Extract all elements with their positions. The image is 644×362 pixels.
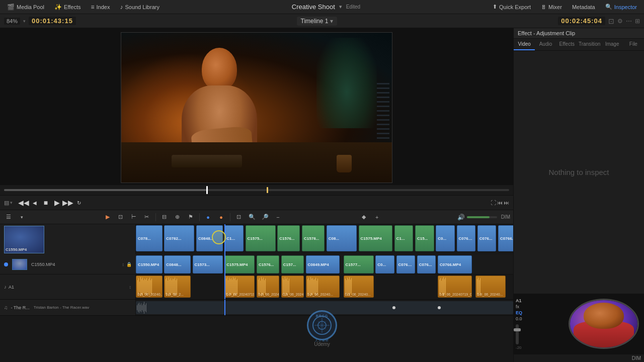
music-track-name: - The R...: [11, 305, 30, 310]
scrub-head[interactable]: [206, 186, 208, 194]
inspector-button[interactable]: 🔍 Inspector: [601, 3, 641, 11]
selection-tool[interactable]: ⊡: [115, 212, 126, 222]
clip-c0849mp4[interactable]: C0849.MP4: [306, 255, 340, 274]
clip-c076-a[interactable]: C076...: [477, 225, 497, 251]
add-marker-button[interactable]: +: [371, 212, 382, 222]
clip-c0761-b[interactable]: C0761...: [396, 255, 416, 274]
clip-c1-a[interactable]: C1...: [224, 225, 244, 251]
tab-transition[interactable]: Transition: [578, 39, 602, 50]
more-options-icon[interactable]: ⋯: [626, 18, 632, 25]
clip-c1576-b[interactable]: C1576...: [257, 255, 279, 274]
inspector-header: Effect - Adjustment Clip: [514, 28, 644, 39]
clip-c1576-a[interactable]: C1576...: [277, 225, 300, 251]
zoom-select-tool[interactable]: ⊡: [233, 212, 245, 222]
trim-tool[interactable]: ⊢: [128, 212, 139, 222]
timeline-settings-button[interactable]: ☰: [3, 212, 14, 222]
volume-icon: 🔊: [457, 214, 465, 221]
audio-clip-5[interactable]: DJI_06_20240...: [281, 276, 304, 298]
mixer-button[interactable]: 🎚 Mixer: [537, 3, 566, 11]
transport-icon: ⊡: [608, 17, 614, 25]
volume-bar[interactable]: [467, 216, 497, 218]
thumbnail-track-row: C1550.MP4 C078... C0782... C0848...: [0, 224, 513, 254]
tab-effects[interactable]: Effects: [556, 39, 578, 50]
settings-icon[interactable]: ⚙: [617, 18, 623, 25]
play-button[interactable]: ▶: [52, 198, 62, 208]
audio-clip-7[interactable]: DJI_06_20240...: [344, 276, 374, 298]
quick-export-button[interactable]: ⬆ Quick Export: [489, 3, 535, 11]
flag-button[interactable]: ⚑: [185, 212, 196, 222]
tab-file[interactable]: File: [623, 39, 644, 50]
clip-c0766mp4-a[interactable]: C0766.MP4: [498, 225, 513, 251]
cut-tool[interactable]: ✂: [141, 212, 152, 222]
center-panel: ▤ ▾ ◀◀ ◀ ■ ▶ ▶▶ ↻ ⛶ ⏮ ⏭ ☰ ▾ ▶ ⊡: [0, 28, 513, 362]
snap-button[interactable]: ⊟: [159, 212, 170, 222]
timeline-playhead-audio: [224, 275, 225, 299]
eq-button[interactable]: EQ: [516, 310, 522, 315]
tab-audio[interactable]: Audio: [535, 39, 556, 50]
clip-c1575-a[interactable]: C1575...: [246, 225, 276, 251]
audio-clip-8[interactable]: DJI_06_20240719_090426.W...: [438, 276, 472, 298]
audio-clip-4[interactable]: DJI_06_20240...: [257, 276, 279, 298]
clip-c0761-a[interactable]: C0761...: [457, 225, 476, 251]
color-button-2[interactable]: ●: [216, 212, 227, 222]
audio-next-icon[interactable]: ⏭: [504, 200, 509, 206]
next-clip-button[interactable]: ▶▶: [63, 198, 73, 208]
fullscreen-icon[interactable]: ⛶: [491, 200, 496, 206]
clip-c076-b[interactable]: C076...: [417, 255, 436, 274]
clip-c157-b[interactable]: C157...: [281, 255, 304, 274]
chevron-down-icon-track[interactable]: ▾: [10, 200, 13, 205]
link-button[interactable]: ⊕: [172, 212, 183, 222]
audio-clip-6[interactable]: DJI_06_20240...: [306, 276, 340, 298]
audio-prev-icon[interactable]: ⏮: [497, 200, 503, 206]
color-button[interactable]: ●: [203, 212, 214, 222]
nav-index[interactable]: ≡ Index: [87, 3, 114, 12]
metadata-button[interactable]: Metadata: [568, 3, 599, 11]
pip-scene: [570, 300, 637, 347]
clip-c1-b[interactable]: C1...: [394, 225, 414, 251]
prev-clip-button[interactable]: ◀◀: [19, 198, 29, 208]
zoom-out-tool[interactable]: 🔍: [247, 212, 258, 222]
clip-c0-a[interactable]: C0...: [436, 225, 455, 251]
clip-c0782[interactable]: C0782...: [164, 225, 194, 251]
tab-video[interactable]: Video: [514, 39, 535, 50]
fx-button[interactable]: fx: [516, 304, 522, 309]
nav-effects[interactable]: ✨ Effects: [50, 3, 85, 12]
timeline-selector[interactable]: Timeline 1 ▾: [297, 17, 338, 26]
media-pool-icon: 🎬: [7, 4, 15, 11]
minus-tool[interactable]: −: [273, 212, 284, 222]
tab-image[interactable]: Image: [601, 39, 622, 50]
a1-channel-label: A1: [516, 298, 522, 303]
nav-sound-library[interactable]: ♪ Sound Library: [116, 3, 164, 12]
audio-clip-1[interactable]: DJI_06_20240...: [136, 276, 163, 298]
stop-button[interactable]: ■: [41, 198, 51, 208]
audio-clip-3[interactable]: DJI_06_20240719_090426...: [224, 276, 255, 298]
clip-c1577[interactable]: C1577...: [344, 255, 374, 274]
scrub-bar[interactable]: [0, 185, 513, 195]
clip-c1575mp4-b[interactable]: C1575.MP4: [224, 255, 255, 274]
panel-toggle-icon[interactable]: ⊞: [635, 18, 640, 25]
clip-c1578-a[interactable]: C1578...: [302, 225, 325, 251]
clip-c0848-b[interactable]: C0848...: [164, 255, 191, 274]
audio-clip-9[interactable]: DJI_06_20240...: [475, 276, 506, 298]
chevron-down-icon-tools[interactable]: ▾: [16, 212, 27, 222]
scrub-track[interactable]: [4, 189, 509, 191]
zoom-in-tool[interactable]: 🔎: [260, 212, 271, 222]
timeline-view-icon[interactable]: ▤: [4, 200, 9, 206]
nothing-to-inspect-text: Nothing to inspect: [548, 168, 609, 176]
vertical-fader[interactable]: [516, 324, 519, 344]
audio-clip-2[interactable]: DJI_06_2...: [164, 276, 191, 298]
nav-media-pool[interactable]: 🎬 Media Pool: [3, 3, 48, 12]
marker-tool[interactable]: ◆: [358, 212, 369, 222]
step-back-button[interactable]: ◀: [30, 198, 40, 208]
clip-c0-b[interactable]: C0...: [375, 255, 394, 274]
loop-button[interactable]: ↻: [74, 198, 84, 208]
clip-c1575mp4-a[interactable]: C1575.MP4: [359, 225, 393, 251]
fader-handle[interactable]: [514, 328, 521, 331]
clip-c0766mp4-b[interactable]: C0766.MP4: [438, 255, 472, 274]
clip-c08-a[interactable]: C08...: [327, 225, 357, 251]
clip-c078[interactable]: C078...: [136, 225, 163, 251]
clip-c1573[interactable]: C1573...: [193, 255, 223, 274]
arrow-tool[interactable]: ▶: [102, 212, 113, 222]
clip-c15-a[interactable]: C15...: [415, 225, 434, 251]
clip-c1550mp4[interactable]: C1550.MP4: [136, 255, 163, 274]
